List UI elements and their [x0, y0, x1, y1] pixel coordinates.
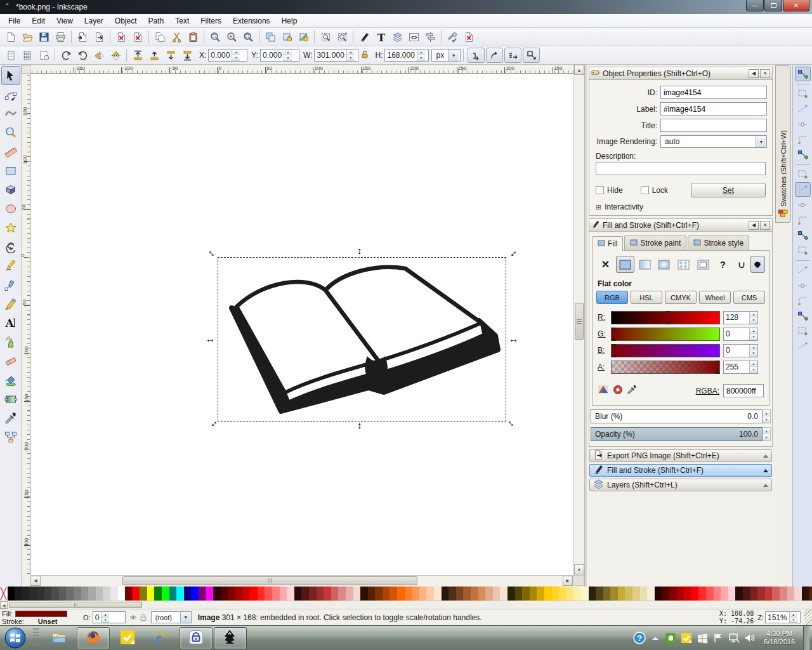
palette-swatch[interactable]: [589, 587, 596, 600]
palette-swatch[interactable]: [206, 587, 214, 600]
layer-select[interactable]: (root)▼: [151, 611, 192, 623]
palette-swatch[interactable]: [522, 587, 530, 600]
palette-swatch[interactable]: [243, 587, 251, 600]
gradient-tool[interactable]: [1, 390, 20, 409]
palette-swatch[interactable]: [750, 587, 758, 600]
snap-paths-button[interactable]: [795, 182, 811, 197]
scroll-up-icon[interactable]: ▲: [574, 65, 584, 75]
r-value-input[interactable]: 128▲▼: [723, 311, 758, 324]
menu-path[interactable]: Path: [143, 15, 170, 27]
palette-swatch[interactable]: [691, 587, 699, 600]
snap-bbox-centers-button[interactable]: [795, 147, 811, 162]
duplicate-button[interactable]: [262, 29, 278, 45]
palette-swatch[interactable]: [301, 587, 309, 600]
ruler-corner[interactable]: [22, 65, 30, 74]
taskbar-clock[interactable]: 4:30 PM 6/18/2016: [764, 630, 795, 646]
palette-swatch[interactable]: [228, 587, 235, 600]
palette-swatch[interactable]: [309, 587, 317, 600]
inkscape-taskbar-button[interactable]: [214, 627, 247, 649]
snap-bounding-box-button[interactable]: [795, 86, 811, 101]
evernote-icon[interactable]: [665, 632, 676, 644]
paint-bucket-tool[interactable]: [1, 371, 20, 390]
vertical-scrollbar[interactable]: ▲ ▼: [573, 65, 584, 575]
palette-swatch[interactable]: [125, 587, 133, 600]
select-all-layers-button[interactable]: [19, 47, 36, 63]
lower-button[interactable]: [162, 47, 179, 63]
scale-handle-e[interactable]: ↔: [509, 334, 518, 343]
star-tool[interactable]: [1, 218, 20, 237]
dropper-tool[interactable]: [1, 409, 20, 428]
eraser-tool[interactable]: [1, 352, 20, 371]
linear-gradient-button[interactable]: [636, 256, 654, 273]
palette-swatch[interactable]: [110, 587, 118, 600]
menu-view[interactable]: View: [51, 15, 79, 27]
tab-stroke-style[interactable]: Stroke style: [688, 235, 749, 250]
palette-swatch[interactable]: [88, 587, 96, 600]
fill-stroke-dialog-button[interactable]: [356, 29, 372, 45]
align-distribute-button[interactable]: [422, 29, 438, 45]
lock-checkbox[interactable]: [641, 186, 649, 194]
snap-bbox-corners-button[interactable]: [795, 117, 811, 131]
vertical-scroll-thumb[interactable]: [575, 303, 584, 340]
palette-swatch[interactable]: [59, 587, 67, 600]
label-field[interactable]: [660, 102, 767, 116]
undo-button[interactable]: [113, 29, 129, 45]
dock-bar-export[interactable]: Export PNG Image (Shift+Ctrl+E): [589, 449, 772, 462]
scroll-right-icon[interactable]: ▶: [563, 576, 573, 586]
palette-swatch[interactable]: [426, 587, 434, 600]
palette-swatch[interactable]: [265, 587, 272, 600]
fill-stroke-indicator[interactable]: Fill: Stroke:Unset: [0, 609, 79, 625]
palette-swatch[interactable]: [346, 587, 353, 600]
start-button[interactable]: [0, 626, 30, 650]
tweak-tool[interactable]: [1, 104, 20, 123]
menu-text[interactable]: Text: [169, 15, 195, 27]
palette-swatch[interactable]: [809, 587, 812, 600]
palette-swatch[interactable]: [706, 587, 714, 600]
palette-swatch[interactable]: [662, 587, 669, 600]
out-of-gamut-icon[interactable]: [613, 385, 623, 397]
palette-swatch[interactable]: [618, 587, 625, 600]
snap-nodes-button[interactable]: [795, 167, 811, 182]
palette-scrollbar[interactable]: ◀: [0, 600, 812, 609]
palette-swatch[interactable]: [544, 587, 552, 600]
titlebar[interactable]: *book.png - Inkscape — ✕: [0, 0, 812, 14]
horizontal-scroll-thumb[interactable]: [122, 576, 417, 585]
opacity-slider[interactable]: Opacity (%)100.0: [591, 427, 763, 441]
raise-button[interactable]: [146, 47, 162, 63]
paste-button[interactable]: [185, 29, 201, 45]
bezier-pen-tool[interactable]: [1, 275, 20, 295]
palette-swatch[interactable]: [552, 587, 560, 600]
palette-swatch[interactable]: [485, 587, 493, 600]
menu-file[interactable]: File: [3, 15, 26, 27]
snap-object-centers-button[interactable]: [795, 263, 811, 277]
palette-swatch[interactable]: [191, 587, 199, 600]
palette-swatch[interactable]: [103, 587, 110, 600]
help-icon[interactable]: ?: [633, 632, 646, 644]
palette-swatch[interactable]: [559, 587, 566, 600]
unlink-clone-button[interactable]: [295, 29, 311, 45]
tray-expand-icon[interactable]: [650, 633, 660, 643]
menu-help[interactable]: Help: [276, 15, 303, 27]
palette-swatch[interactable]: [353, 587, 361, 600]
palette-swatch[interactable]: [735, 587, 743, 600]
palette-scroll-left-icon[interactable]: ◀: [0, 601, 8, 609]
chevron-up-icon[interactable]: [763, 484, 768, 487]
a-value-input[interactable]: 255▲▼: [723, 361, 758, 374]
spiral-tool[interactable]: [1, 237, 20, 256]
color-managed-icon[interactable]: [598, 385, 609, 397]
g-slider[interactable]: [611, 328, 720, 341]
palette-swatch[interactable]: [213, 587, 221, 600]
palette-swatch[interactable]: [280, 587, 287, 600]
object-properties-header[interactable]: Object Properties (Shift+Ctrl+O) ◀ ✕: [589, 67, 772, 80]
dock-bar-fill-stroke-dialog[interactable]: Fill and Stroke (Shift+Ctrl+F): [589, 464, 772, 477]
palette-swatch[interactable]: [669, 587, 677, 600]
palette-swatch[interactable]: [118, 587, 126, 600]
open-document-button[interactable]: [19, 29, 36, 45]
color-tab-wheel[interactable]: Wheel: [699, 291, 731, 304]
rgba-field[interactable]: [723, 384, 764, 397]
b-slider[interactable]: [611, 344, 720, 357]
snap-bbox-edge-midpoints-button[interactable]: [795, 132, 811, 147]
canvas[interactable]: ↔ ↕ ↔ ↔ ↔ ↔ ↕ ↔: [30, 74, 573, 575]
flip-horizontal-button[interactable]: [91, 47, 107, 63]
palette-swatch[interactable]: [317, 587, 324, 600]
